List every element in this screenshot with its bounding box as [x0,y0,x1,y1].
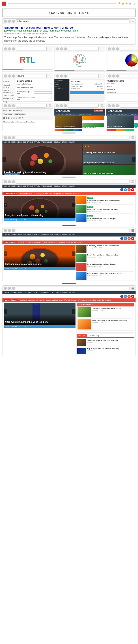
refresh-btn14[interactable]: ↻ [12,287,15,290]
align-right-btn[interactable]: ≡ [16,117,18,119]
back-btn3[interactable]: ← [56,48,59,50]
result-title[interactable]: SaladMag – It not easy learn how to cont… [4,26,134,29]
nav-gam2[interactable]: GAMING [130,114,136,115]
tw-icon4[interactable]: t [124,295,127,298]
refresh-btn8[interactable]: ↻ [12,104,15,107]
address-bar8[interactable] [16,104,47,108]
nav-general[interactable]: General Setting [3,84,15,89]
tn2-sports[interactable]: ❋ SPORTS [60,185,69,187]
setting-input2[interactable] [34,87,52,89]
back-btn2[interactable]: ← [4,48,7,50]
forward-btn8[interactable]: → [8,104,11,107]
menu13[interactable]: ☰ [131,229,134,232]
nav-sci1[interactable]: SCIENCE [61,114,68,115]
refresh-btn4[interactable]: ↻ [116,48,119,50]
tn2-tech[interactable]: ✓ TECHNOLOGY [41,185,53,187]
setting-input1[interactable] [34,83,52,85]
back-btn11[interactable]: ← [4,136,7,139]
facebook-icon[interactable]: f [120,188,123,191]
underline-btn[interactable]: U [8,117,10,119]
back-btn5[interactable]: ← [4,74,7,78]
forward-btn14[interactable]: → [8,287,11,290]
address-bar12[interactable] [16,180,129,184]
tn-sci[interactable]: SCIENCE [11,141,18,143]
back-btn10[interactable]: ← [108,104,111,107]
tn3-home[interactable]: ● HOME [4,234,10,236]
tn4-social[interactable]: SOCIAL [54,292,60,294]
nav-home2[interactable]: HOME [108,114,112,115]
slider-prev1[interactable]: ‹ [3,157,6,162]
browser-menu-icon[interactable]: ☰ [131,20,134,23]
quote-btn[interactable]: " [22,117,23,119]
menu9[interactable]: ☰ [100,104,103,108]
nav-style[interactable]: Style & Background [3,89,15,94]
address-bar5[interactable] [16,74,47,78]
hero4-prev[interactable]: ‹ [4,309,7,314]
setting-input3[interactable] [34,92,52,94]
fb-icon4[interactable]: f [120,295,123,298]
forward-btn4[interactable]: → [112,48,115,50]
tn2-bus[interactable]: BUSINESS [18,185,26,187]
hero4-next[interactable]: › [72,309,75,314]
nav-bus1[interactable]: BUSINESS [69,114,77,115]
tn2-social[interactable]: SOCIAL [54,185,60,187]
tn4-bus[interactable]: BUSINESS [18,292,26,294]
back-btn[interactable]: ← [4,20,7,23]
tn-travel[interactable]: TRAVEL [34,141,40,143]
tn2-gam[interactable]: GAMING [27,185,33,187]
address-bar10[interactable] [120,104,138,108]
forward-btn2[interactable]: → [8,48,11,50]
forward-btn11[interactable]: → [8,136,11,139]
refresh-btn[interactable]: ↻ [12,20,15,23]
tn2-travel[interactable]: TRAVEL [34,185,40,187]
back-btn9[interactable]: ← [56,104,59,107]
tn3-travel[interactable]: TRAVEL [34,234,40,236]
address-bar2[interactable] [16,47,47,51]
tn3-sports[interactable]: ❋ SPORTS [60,234,69,236]
popular-tab[interactable]: Popular [77,334,87,337]
find-post-btn[interactable]: Find Post [94,110,103,112]
tn4-home[interactable]: ● HOME [4,292,10,294]
tn-gam[interactable]: GAMING [27,141,33,143]
tn-tech[interactable]: ✓ TECHNOLOGY [41,141,53,143]
twitter-icon[interactable]: t [124,188,127,191]
slider-next1[interactable]: › [132,157,135,162]
tn-bus[interactable]: BUSINESS [18,141,26,143]
refresh-btn7[interactable]: ↻ [116,74,119,78]
tn-home[interactable]: ● HOME [4,141,10,143]
tn4-travel[interactable]: TRAVEL [34,292,40,294]
youtube-icon[interactable]: ▶ [131,188,134,191]
hero3-prev[interactable]: ‹ [4,252,7,256]
add-media-btn[interactable]: Add Media [3,113,13,115]
nav-bus2[interactable]: BUSINESS [121,114,129,115]
address-bar11[interactable] [16,136,129,140]
tn-sports[interactable]: ❋ SPORTS [60,141,69,143]
refresh-btn11[interactable]: ↻ [12,136,15,139]
menu5[interactable]: ☰ [48,74,51,78]
menu14[interactable]: ☰ [131,286,134,290]
editor-text-content[interactable]: Mauris mattis auctor cursus. Phasellus..… [3,120,53,124]
tn4-health[interactable]: HEALTH [69,292,75,294]
tn3-social[interactable]: SOCIAL [54,234,60,236]
refresh-btn2[interactable]: ↻ [12,48,15,50]
tn-social[interactable]: SOCIAL [54,141,60,143]
gp-icon4[interactable]: G [127,295,130,298]
back-btn6[interactable]: ← [56,74,59,78]
forward-btn[interactable]: → [8,20,11,23]
hero2-next[interactable]: › [72,203,75,207]
tn4-tech[interactable]: ✓ TECHNOLOGY [41,292,53,294]
back-btn12[interactable]: ← [4,180,7,183]
back-btn13[interactable]: ← [4,229,7,232]
tn3-sci[interactable]: SCIENCE [11,234,18,236]
address-bar3[interactable] [68,47,99,51]
menu3[interactable]: ☰ [100,47,103,51]
refresh-btn5[interactable]: ↻ [12,74,15,78]
tn3-health[interactable]: HEALTH [69,234,75,236]
tn4-gam[interactable]: GAMING [27,292,33,294]
link-btn[interactable]: 🔗 [18,117,21,119]
nav-sci2[interactable]: SCIENCE [113,114,120,115]
refresh-btn13[interactable]: ↻ [12,229,15,232]
refresh-btn12[interactable]: ↻ [12,180,15,183]
address-bar14[interactable] [16,286,129,290]
forward-btn12[interactable]: → [8,180,11,183]
